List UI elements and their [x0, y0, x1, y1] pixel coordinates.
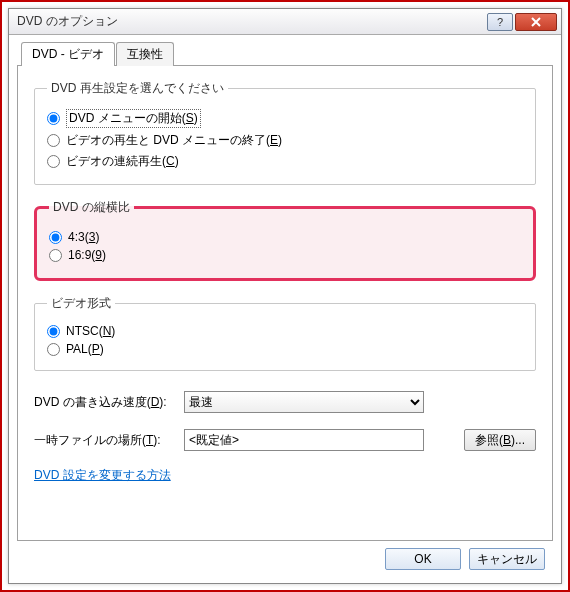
format-legend: ビデオ形式 [47, 295, 115, 312]
how-to-link[interactable]: DVD 設定を変更する方法 [34, 467, 536, 484]
burn-speed-select[interactable]: 最速 [184, 391, 424, 413]
window-title: DVD のオプション [17, 13, 487, 30]
ok-button[interactable]: OK [385, 548, 461, 570]
radio-16-9-label: 16:9(9) [68, 248, 106, 262]
tab-dvd-video[interactable]: DVD - ビデオ [21, 42, 115, 66]
radio-4-3[interactable] [49, 231, 62, 244]
button-bar: OK キャンセル [17, 541, 553, 577]
radio-start-menu-label: DVD メニューの開始(S) [66, 109, 201, 128]
radio-16-9[interactable] [49, 249, 62, 262]
playback-group: DVD 再生設定を選んでください DVD メニューの開始(S) ビデオの再生と … [34, 80, 536, 185]
help-button[interactable]: ? [487, 13, 513, 31]
titlebar: DVD のオプション ? [9, 9, 561, 35]
radio-ntsc[interactable] [47, 325, 60, 338]
radio-pal[interactable] [47, 343, 60, 356]
radio-loop-label: ビデオの連続再生(C) [66, 153, 179, 170]
radio-ntsc-label: NTSC(N) [66, 324, 115, 338]
temp-path-input[interactable] [184, 429, 424, 451]
video-format-group: ビデオ形式 NTSC(N) PAL(P) [34, 295, 536, 371]
cancel-button[interactable]: キャンセル [469, 548, 545, 570]
aspect-legend: DVD の縦横比 [49, 199, 134, 216]
aspect-ratio-group: DVD の縦横比 4:3(3) 16:9(9) [34, 199, 536, 281]
tab-panel: DVD 再生設定を選んでください DVD メニューの開始(S) ビデオの再生と … [17, 65, 553, 541]
dvd-options-dialog: DVD のオプション ? DVD - ビデオ 互換性 DVD 再生設定を選んでく… [8, 8, 562, 584]
temp-path-label: 一時ファイルの場所(T): [34, 432, 174, 449]
radio-pal-label: PAL(P) [66, 342, 104, 356]
radio-4-3-label: 4:3(3) [68, 230, 99, 244]
close-button[interactable] [515, 13, 557, 31]
radio-play-then-menu[interactable] [47, 134, 60, 147]
playback-legend: DVD 再生設定を選んでください [47, 80, 228, 97]
tab-compatibility[interactable]: 互換性 [116, 42, 174, 66]
radio-play-then-menu-label: ビデオの再生と DVD メニューの終了(E) [66, 132, 282, 149]
burn-speed-label: DVD の書き込み速度(D): [34, 394, 174, 411]
radio-start-menu[interactable] [47, 112, 60, 125]
tab-strip: DVD - ビデオ 互換性 [21, 41, 553, 65]
radio-loop[interactable] [47, 155, 60, 168]
browse-button[interactable]: 参照(B)... [464, 429, 536, 451]
